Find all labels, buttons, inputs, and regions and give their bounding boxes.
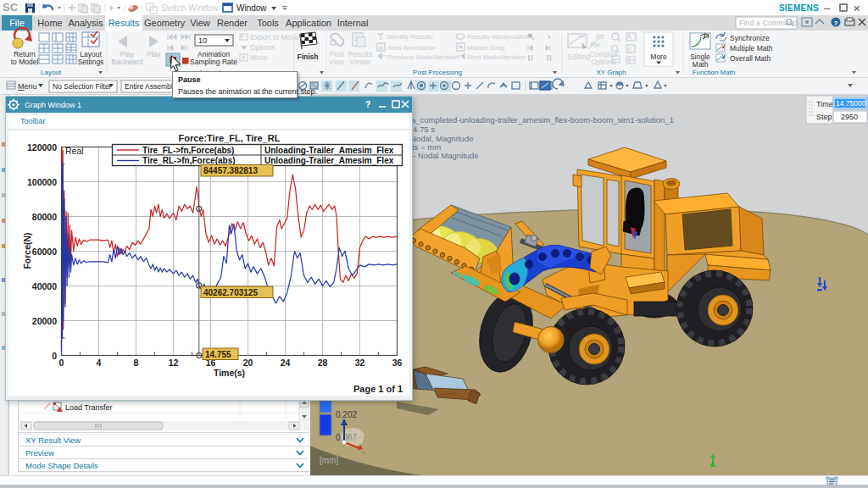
svg-text:More: More: [650, 53, 667, 61]
svg-text:Editing: Editing: [568, 53, 590, 61]
svg-text:a_completed-unloading-trailer_: a_completed-unloading-trailer_amesim_fle…: [411, 115, 674, 125]
svg-text:84457.382813: 84457.382813: [203, 166, 258, 175]
svg-text:x: x: [362, 448, 365, 456]
svg-text:z: z: [342, 417, 345, 424]
svg-text:[mm]: [mm]: [320, 456, 338, 465]
svg-text:Move: Move: [250, 53, 268, 62]
svg-text:Export to Movie: Export to Movie: [250, 33, 300, 42]
svg-text:Mode Shape Details: Mode Shape Details: [25, 461, 98, 470]
svg-text:✕: ✕: [853, 3, 860, 14]
svg-text:Sampling Rate: Sampling Rate: [190, 58, 237, 66]
svg-text:Time: Time: [816, 100, 833, 108]
svg-text:Graph Window 1: Graph Window 1: [25, 101, 81, 109]
svg-text:Unloading-Trailer_Amesim_Flex: Unloading-Trailer_Amesim_Flex: [264, 146, 394, 155]
svg-text:Play: Play: [147, 50, 161, 58]
svg-text:40262.703125: 40262.703125: [203, 288, 258, 297]
svg-text:A: A: [379, 44, 384, 52]
svg-text:Time(s): Time(s): [214, 368, 245, 378]
svg-text:Step: Step: [816, 113, 832, 121]
svg-text:Function Math: Function Math: [693, 69, 736, 76]
svg-text:20000: 20000: [32, 316, 57, 326]
svg-text:Switch Window: Switch Window: [161, 3, 220, 13]
svg-text:28: 28: [318, 358, 328, 368]
svg-text:8: 8: [134, 358, 139, 368]
svg-text:32: 32: [355, 358, 365, 368]
svg-text:Synchronize: Synchronize: [730, 34, 770, 42]
svg-text:- Nodal Magnitude: - Nodal Magnitude: [413, 151, 479, 160]
svg-text:–: –: [824, 2, 831, 14]
svg-text:Re: Re: [590, 41, 600, 49]
svg-text:New Annotation: New Annotation: [388, 44, 436, 52]
svg-text:10: 10: [198, 36, 207, 45]
svg-text:Preview: Preview: [25, 448, 54, 458]
svg-text:0: 0: [52, 351, 57, 361]
svg-text:36: 36: [392, 358, 403, 368]
svg-text:Previous Mode/Iteration: Previous Mode/Iteration: [387, 53, 459, 61]
svg-text:Load Transfer: Load Transfer: [65, 403, 113, 412]
svg-text:?: ?: [834, 19, 838, 27]
svg-text:0: 0: [59, 358, 64, 368]
svg-text:Marker Drag: Marker Drag: [467, 44, 504, 52]
svg-text:Backward: Backward: [111, 58, 143, 66]
svg-text:Multiple Math: Multiple Math: [730, 44, 773, 53]
svg-text:20: 20: [243, 358, 253, 368]
svg-text:Page 1 of 1: Page 1 of 1: [353, 384, 403, 394]
svg-text:0.202: 0.202: [336, 410, 357, 419]
svg-text:14.75000: 14.75000: [836, 99, 866, 108]
svg-text:4: 4: [97, 358, 102, 368]
svg-text:to Model: to Model: [11, 58, 39, 66]
svg-text:Im: Im: [596, 32, 605, 41]
svg-text:F: F: [628, 46, 632, 53]
svg-text:XY Graph: XY Graph: [597, 69, 626, 76]
svg-text:Finish: Finish: [297, 53, 318, 61]
svg-text:Overall Math: Overall Math: [730, 54, 771, 63]
svg-text:100000: 100000: [27, 177, 57, 187]
svg-text:No Selection Filter: No Selection Filter: [53, 82, 112, 91]
svg-text:Real: Real: [65, 146, 84, 156]
svg-text:Identify Results: Identify Results: [387, 33, 433, 41]
svg-text:Window: Window: [236, 3, 267, 13]
svg-text:12: 12: [169, 358, 179, 368]
svg-text:y: y: [363, 434, 366, 441]
svg-text:Force:Tire_FL, Tire_RL: Force:Tire_FL, Tire_RL: [178, 133, 280, 143]
svg-text:Layout: Layout: [41, 69, 62, 76]
svg-text:Options: Options: [250, 43, 275, 52]
svg-text:24: 24: [281, 358, 291, 368]
svg-text:Post Processing: Post Processing: [413, 69, 462, 76]
svg-text:4.75 s: 4.75 s: [413, 125, 435, 134]
svg-text:Tire_FL->fn,Force(abs): Tire_FL->fn,Force(abs): [142, 146, 234, 155]
svg-text:Settings: Settings: [78, 58, 104, 66]
svg-text:Viewer: Viewer: [349, 58, 371, 66]
svg-text:Tire_RL->fn,Force(abs): Tire_RL->fn,Force(abs): [142, 156, 236, 165]
svg-text:Entire Assembly: Entire Assembly: [125, 82, 177, 91]
svg-text:View: View: [329, 58, 345, 66]
svg-text:XY Result View: XY Result View: [25, 435, 81, 445]
svg-text:?: ?: [365, 100, 370, 109]
svg-text:Results Manipulation: Results Manipulation: [467, 33, 530, 41]
svg-text:120000: 120000: [27, 142, 57, 152]
svg-text:80000: 80000: [32, 212, 57, 222]
svg-text:Next Mode/Iteration: Next Mode/Iteration: [467, 53, 526, 61]
svg-text:Math: Math: [693, 60, 709, 69]
svg-text:14.755: 14.755: [205, 350, 231, 359]
svg-text:Unloading-Trailer_Amesim_Flex: Unloading-Trailer_Amesim_Flex: [264, 156, 394, 165]
svg-text:Force(N): Force(N): [22, 232, 32, 269]
svg-text:Find a Command: Find a Command: [739, 19, 798, 27]
svg-text:40000: 40000: [32, 281, 57, 291]
svg-text:60000: 60000: [32, 247, 57, 257]
svg-text:2950: 2950: [841, 113, 858, 121]
svg-text:Menu: Menu: [18, 82, 37, 91]
